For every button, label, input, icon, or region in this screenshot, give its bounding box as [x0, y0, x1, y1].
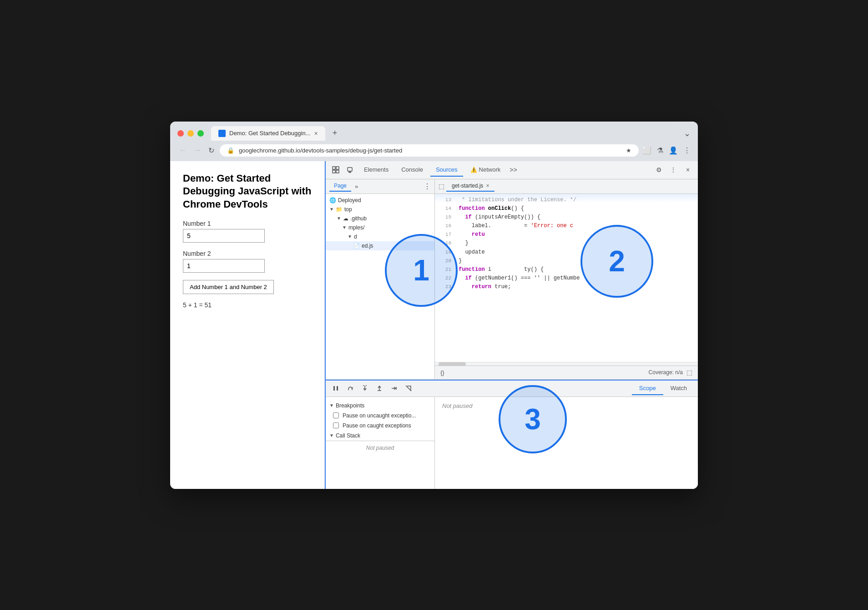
debugger-content: ▼ Breakpoints Pause on uncaught exceptio… — [326, 397, 698, 489]
step-into-btn[interactable] — [358, 382, 371, 395]
experiments-icon[interactable]: ⚗ — [657, 146, 663, 155]
call-stack-label: Call Stack — [336, 432, 360, 439]
editor-tab-filename: get-started.js — [452, 183, 483, 189]
continue-btn[interactable] — [388, 382, 400, 395]
input-number1[interactable] — [183, 229, 265, 243]
tab-close-btn[interactable]: × — [314, 130, 318, 137]
label-number2: Number 2 — [183, 250, 312, 257]
editor-file-icon: ⬚ — [439, 183, 444, 190]
watch-tab[interactable]: Watch — [663, 382, 694, 395]
close-traffic-light[interactable] — [177, 130, 184, 137]
file-tree-content: 🌐 Deployed ▼ 📁 top ▼ ☁ — [326, 194, 434, 379]
url-text: googlechrome.github.io/devtools-samples/… — [239, 147, 402, 154]
extensions-icon[interactable]: ⬜ — [642, 146, 651, 155]
security-icon: 🔒 — [227, 147, 234, 154]
browser-window: Demo: Get Started Debuggin... × + ⌄ ← → … — [170, 122, 698, 489]
browser-tab[interactable]: Demo: Get Started Debuggin... × — [211, 126, 325, 141]
scope-tab[interactable]: Scope — [632, 382, 663, 395]
code-scrollbar[interactable] — [435, 362, 698, 366]
svg-rect-1 — [333, 170, 335, 173]
tab-sources[interactable]: Sources — [430, 163, 463, 177]
code-line-22: 22 if (getNumber1() === '' || getNumbe — [435, 274, 698, 283]
address-bar: ← → ↻ 🔒 googlechrome.github.io/devtools-… — [170, 141, 698, 161]
disable-breakpoints-btn[interactable] — [402, 382, 415, 395]
pause-caught-checkbox[interactable] — [333, 422, 339, 428]
devtools-more-btn[interactable]: ⋮ — [667, 163, 680, 176]
svg-rect-5 — [349, 172, 351, 173]
call-stack-header[interactable]: ▼ Call Stack — [326, 431, 434, 441]
devtools-close-btn[interactable]: × — [681, 163, 694, 176]
debugger-toolbar: Scope Watch — [326, 381, 698, 397]
format-btn[interactable]: {} — [440, 369, 444, 376]
sources-top-area: Page » ⋮ 🌐 Deployed ▼ — [326, 179, 698, 380]
svg-rect-7 — [337, 386, 338, 391]
tree-item-github[interactable]: ▼ ☁ .github — [326, 214, 434, 223]
tab-elements[interactable]: Elements — [358, 163, 394, 177]
address-input-container[interactable]: 🔒 googlechrome.github.io/devtools-sample… — [220, 144, 639, 157]
tree-item-d[interactable]: ▼ d — [326, 232, 434, 241]
more-file-tabs[interactable]: » — [355, 183, 358, 190]
pause-uncaught-checkbox[interactable] — [333, 412, 339, 418]
profile-icon[interactable]: 👤 — [669, 146, 678, 155]
breakpoints-label: Breakpoints — [336, 402, 364, 409]
svg-line-15 — [406, 386, 411, 391]
tab-title: Demo: Get Started Debuggin... — [229, 130, 310, 137]
device-mode-btn[interactable] — [344, 163, 357, 176]
debugger-right: Not paused — [435, 397, 698, 489]
label-number1: Number 1 — [183, 220, 312, 227]
pause-uncaught-item: Pause on uncaught exceptio... — [326, 411, 434, 421]
inspect-element-btn[interactable] — [329, 163, 342, 176]
sources-panel: Page » ⋮ 🌐 Deployed ▼ — [326, 179, 698, 489]
coverage-icon[interactable]: ⬚ — [686, 369, 692, 376]
tab-network[interactable]: Network — [465, 163, 506, 177]
tree-arrow-samples: ▼ — [342, 225, 347, 230]
breakpoints-header[interactable]: ▼ Breakpoints — [326, 401, 434, 411]
bookmark-icon[interactable]: ★ — [626, 147, 631, 154]
svg-rect-0 — [333, 167, 335, 169]
back-btn[interactable]: ← — [177, 145, 188, 155]
tree-item-file[interactable]: 📄 ed.js — [326, 241, 434, 250]
github-partial: .github — [350, 215, 367, 222]
svg-rect-4 — [348, 168, 352, 171]
tree-item-deployed[interactable]: 🌐 Deployed — [326, 196, 434, 205]
more-tabs-btn[interactable]: >> — [508, 166, 519, 173]
cloud-icon: ☁ — [343, 215, 348, 222]
editor-tab-close[interactable]: × — [486, 183, 489, 189]
new-tab-btn[interactable]: + — [329, 128, 341, 138]
pause-resume-btn[interactable] — [329, 382, 342, 395]
tab-menu-btn[interactable]: ⌄ — [684, 128, 691, 138]
input-number2[interactable] — [183, 259, 265, 273]
tree-item-top[interactable]: ▼ 📁 top — [326, 205, 434, 214]
minimize-traffic-light[interactable] — [187, 130, 194, 137]
file-tree-menu[interactable]: ⋮ — [424, 182, 431, 191]
fullscreen-traffic-light[interactable] — [197, 130, 204, 137]
menu-icon[interactable]: ⋮ — [683, 146, 691, 155]
pause-uncaught-label: Pause on uncaught exceptio... — [343, 412, 416, 419]
step-over-btn[interactable] — [344, 382, 357, 395]
settings-btn[interactable]: ⚙ — [652, 163, 665, 176]
deployed-icon: 🌐 — [329, 197, 336, 203]
forward-btn[interactable]: → — [192, 145, 203, 155]
reload-btn[interactable]: ↻ — [207, 145, 216, 156]
devtools-panel: Elements Console Sources Network >> ⚙ ⋮ … — [325, 161, 698, 489]
debugger-left: ▼ Breakpoints Pause on uncaught exceptio… — [326, 397, 435, 489]
tab-console[interactable]: Console — [396, 163, 429, 177]
step-out-btn[interactable] — [373, 382, 386, 395]
call-stack-arrow: ▼ — [329, 433, 334, 438]
code-line-23: 23 return true; — [435, 283, 698, 291]
debugger-right-tabs: Scope Watch — [632, 382, 694, 395]
code-line-13: 13 * limitations under the License. */ — [435, 196, 698, 204]
sources-top: Page » ⋮ 🌐 Deployed ▼ — [326, 179, 698, 380]
code-content[interactable]: 13 * limitations under the License. */ 1… — [435, 194, 698, 362]
deployed-label: Deployed — [338, 197, 361, 203]
tree-item-samples[interactable]: ▼ mples/ — [326, 223, 434, 232]
code-line-17: 17 retu — [435, 230, 698, 239]
add-button[interactable]: Add Number 1 and Number 2 — [183, 280, 274, 294]
editor-tab-file[interactable]: get-started.js × — [446, 181, 495, 192]
debugger-panel: Scope Watch ▼ Breakpoints — [326, 380, 698, 489]
page-tab[interactable]: Page — [329, 181, 351, 192]
svg-rect-2 — [336, 167, 339, 169]
file-tree-tabs: Page » ⋮ — [326, 179, 434, 194]
breakpoints-arrow: ▼ — [329, 403, 334, 408]
result-text: 5 + 1 = 51 — [183, 301, 312, 309]
